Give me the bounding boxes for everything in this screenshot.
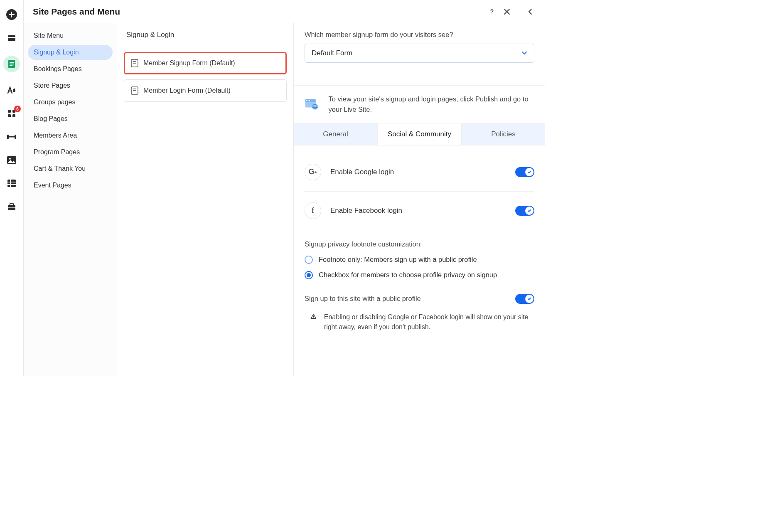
- text-theme-icon[interactable]: [6, 85, 17, 96]
- back-icon[interactable]: [524, 6, 536, 17]
- media-icon[interactable]: [6, 155, 17, 165]
- form-icon: [131, 59, 138, 67]
- form-select-value: Default Form: [312, 49, 352, 57]
- page-item-login-form[interactable]: Member Login Form (Default): [124, 79, 287, 102]
- svg-point-32: [306, 100, 307, 101]
- menu-cat-store[interactable]: Store Pages: [28, 78, 113, 93]
- facebook-icon: f: [305, 202, 321, 219]
- page-item-signup-form[interactable]: Member Signup Form (Default): [124, 52, 287, 74]
- tab-policies[interactable]: Policies: [462, 123, 545, 145]
- google-login-toggle[interactable]: [515, 167, 534, 177]
- menu-cat-program[interactable]: Program Pages: [28, 145, 113, 160]
- privacy-radio-footnote[interactable]: Footnote only: Members sign up with a pu…: [305, 255, 534, 264]
- warning-row: Enabling or disabling Google or Facebook…: [305, 312, 534, 332]
- privacy-radio-checkbox[interactable]: Checkbox for members to choose profile p…: [305, 270, 534, 280]
- settings-tabs: General Social & Community Policies: [294, 123, 545, 145]
- radio-label: Checkbox for members to choose profile p…: [319, 270, 497, 280]
- menu-cat-members[interactable]: Members Area: [28, 128, 113, 143]
- svg-point-15: [9, 158, 11, 160]
- info-strip: To view your site's signup and login pag…: [294, 85, 545, 123]
- radio-icon: [305, 271, 313, 279]
- svg-rect-21: [8, 207, 15, 208]
- menu-cat-signup-login[interactable]: Signup & Login: [28, 45, 113, 60]
- svg-rect-10: [12, 114, 15, 117]
- toggle-knob: [525, 168, 534, 176]
- pages-icon[interactable]: [3, 56, 20, 72]
- public-profile-toggle[interactable]: [515, 294, 534, 304]
- google-login-label: Enable Google login: [330, 168, 506, 176]
- facebook-login-row: f Enable Facebook login: [305, 192, 534, 230]
- svg-point-22: [492, 13, 492, 14]
- menu-category-panel: Site Menu Signup & Login Bookings Pages …: [24, 0, 117, 376]
- add-icon[interactable]: [6, 9, 17, 20]
- page-list-panel: Signup & Login Member Signup Form (Defau…: [117, 0, 294, 376]
- toggle-knob: [525, 295, 534, 303]
- tab-social-community[interactable]: Social & Community: [377, 123, 462, 145]
- facebook-login-toggle[interactable]: [515, 206, 534, 216]
- toggle-knob: [525, 207, 534, 215]
- svg-rect-1: [8, 35, 15, 37]
- menu-cat-event[interactable]: Event Pages: [28, 178, 113, 193]
- menu-cat-blog[interactable]: Blog Pages: [28, 111, 113, 126]
- svg-rect-9: [8, 114, 11, 117]
- browser-globe-icon: [305, 97, 319, 111]
- svg-rect-16: [7, 180, 16, 187]
- svg-rect-4: [10, 62, 14, 63]
- svg-rect-7: [8, 110, 11, 113]
- radio-icon: [305, 256, 313, 264]
- public-profile-row: Sign up to this site with a public profi…: [305, 294, 534, 304]
- page-item-label: Member Login Form (Default): [143, 87, 231, 94]
- menu-cat-cart[interactable]: Cart & Thank You: [28, 161, 113, 176]
- svg-rect-12: [15, 135, 16, 139]
- privacy-subhead: Signup privacy footnote customization:: [305, 240, 534, 248]
- form-icon: [131, 86, 138, 95]
- svg-rect-5: [10, 64, 14, 64]
- facebook-login-label: Enable Facebook login: [330, 207, 506, 215]
- pages-header: Site Pages and Menu: [24, 0, 522, 23]
- svg-rect-6: [10, 65, 12, 66]
- svg-rect-11: [7, 135, 9, 139]
- menu-cat-groups[interactable]: Groups pages: [28, 95, 113, 110]
- menu-cat-bookings[interactable]: Bookings Pages: [28, 62, 113, 76]
- pages-header-title: Site Pages and Menu: [33, 7, 483, 17]
- svg-point-33: [307, 100, 308, 101]
- public-profile-label: Sign up to this site with a public profi…: [305, 295, 421, 303]
- svg-rect-2: [8, 38, 15, 41]
- google-icon: G+: [305, 164, 321, 180]
- business-icon[interactable]: [6, 201, 17, 212]
- sections-icon[interactable]: [6, 32, 17, 43]
- apps-badge: 6: [14, 106, 21, 112]
- form-question-label: Which member signup form do your visitor…: [305, 31, 534, 39]
- help-icon[interactable]: [486, 6, 498, 17]
- warning-icon: [310, 312, 317, 320]
- svg-rect-13: [9, 136, 15, 138]
- form-select[interactable]: Default Form: [305, 44, 534, 63]
- settings-panel: Member Signup Form (Default) Which membe…: [294, 0, 545, 376]
- chevron-down-icon: [521, 51, 527, 55]
- google-login-row: G+ Enable Google login: [305, 153, 534, 192]
- table-icon[interactable]: [6, 178, 17, 189]
- warning-text: Enabling or disabling Google or Facebook…: [324, 312, 534, 332]
- svg-point-37: [313, 318, 314, 318]
- svg-point-34: [309, 100, 310, 101]
- left-icon-rail: 6: [0, 0, 24, 376]
- tab-general[interactable]: General: [294, 123, 377, 145]
- fitness-icon[interactable]: [6, 131, 17, 142]
- close-icon[interactable]: [501, 6, 513, 17]
- info-text: To view your site's signup and login pag…: [329, 94, 534, 115]
- radio-label: Footnote only: Members sign up with a pu…: [319, 255, 477, 264]
- menu-cat-site-menu[interactable]: Site Menu: [28, 28, 113, 43]
- page-item-label: Member Signup Form (Default): [143, 59, 235, 67]
- page-list-section-title: Signup & Login: [117, 23, 293, 45]
- apps-icon[interactable]: 6: [6, 108, 17, 119]
